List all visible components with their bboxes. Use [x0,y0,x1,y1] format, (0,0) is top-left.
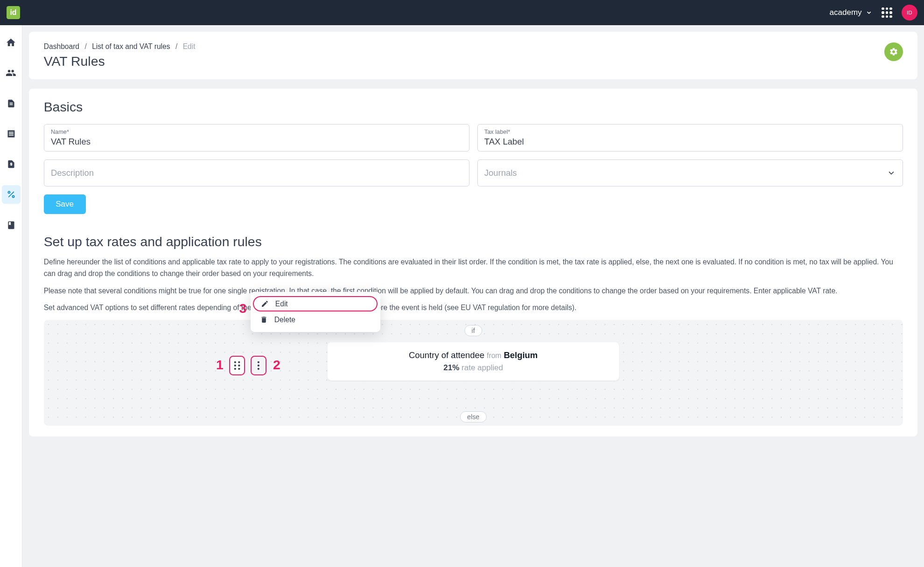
sidebar-item-home[interactable] [2,33,21,52]
workspace-name: academy [830,8,862,17]
sidebar-item-forms[interactable] [2,94,21,113]
more-button[interactable] [251,356,266,376]
annotation-3: 3 [239,301,247,316]
sidebar-item-invoices[interactable] [2,124,21,143]
svg-point-9 [258,361,259,363]
rule-country: Belgium [504,350,538,360]
menu-delete[interactable]: Delete [251,311,380,328]
home-icon [6,37,16,48]
journals-placeholder: Journals [484,164,517,182]
menu-delete-label: Delete [274,316,295,324]
topbar: id academy ID [0,0,924,25]
context-menu: Edit Delete [251,292,380,332]
svg-point-1 [8,192,10,194]
form-icon [7,99,16,108]
name-field[interactable]: Name* VAT Rules [44,124,469,152]
sidebar-item-tax[interactable] [2,185,21,204]
main-content: Dashboard / List of tax and VAT rules / … [22,25,924,567]
tax-label-label: Tax label* [484,128,896,135]
description-field[interactable]: Description [44,159,469,187]
rule-condition-label: Country of attendee [409,350,484,360]
workspace-dropdown[interactable]: academy [830,8,873,17]
rule-rate-text: rate applied [462,363,503,372]
svg-point-6 [238,365,240,366]
menu-edit-label: Edit [275,300,288,308]
annotation-2: 2 [273,357,280,373]
percent-icon [7,190,16,199]
annotation-1: 1 [216,357,224,373]
sidebar-item-payments[interactable] [2,155,21,173]
svg-point-10 [258,365,259,366]
name-label: Name* [51,128,462,135]
sidebar-item-users[interactable] [2,63,21,82]
rule-rate: 21% [443,363,459,372]
sidebar-item-docs[interactable] [2,216,21,235]
drag-icon [234,361,240,370]
rules-desc-2: Please note that several conditions migh… [44,285,903,297]
svg-point-7 [234,368,236,370]
breadcrumb-dashboard[interactable]: Dashboard [44,42,79,51]
rules-heading: Set up tax rates and application rules [44,234,903,249]
rule-card[interactable]: Country of attendee from Belgium 21% rat… [328,342,619,380]
svg-point-5 [234,365,236,366]
svg-point-11 [258,368,259,370]
apps-icon[interactable] [882,7,892,18]
chevron-down-icon [866,9,872,16]
svg-point-3 [234,361,236,363]
avatar[interactable]: ID [902,5,917,21]
name-value: VAT Rules [51,137,462,147]
rules-desc-3: Set advanced VAT options to set differen… [44,302,903,313]
more-vertical-icon [257,361,260,370]
breadcrumb-list[interactable]: List of tax and VAT rules [92,42,170,51]
journals-field[interactable]: Journals [477,159,903,187]
tax-label-value: TAX Label [484,137,896,147]
page-title: VAT Rules [44,54,196,69]
sidebar [0,25,22,567]
drag-handle[interactable] [229,356,245,376]
save-button[interactable]: Save [44,194,86,214]
tax-label-field[interactable]: Tax label* TAX Label [477,124,903,152]
rule-from: from [487,352,501,360]
gear-icon [889,47,898,56]
rules-canvas: if Edit Delete 3 1 2 [44,320,903,426]
if-pill: if [464,325,482,336]
basics-heading: Basics [44,99,903,115]
svg-point-4 [238,361,240,363]
breadcrumb-current: Edit [183,42,196,51]
header-card: Dashboard / List of tax and VAT rules / … [29,32,917,79]
svg-point-2 [12,196,14,198]
svg-point-8 [238,368,240,370]
settings-button[interactable] [884,42,903,61]
description-placeholder: Description [51,164,462,182]
breadcrumb: Dashboard / List of tax and VAT rules / … [44,42,196,51]
menu-edit[interactable]: Edit [253,296,378,311]
rules-desc-1: Define hereunder the list of conditions … [44,256,903,279]
payment-icon [7,159,16,169]
trash-icon [260,316,268,324]
pencil-icon [261,300,269,308]
basics-card: Basics Name* VAT Rules Tax label* TAX La… [29,89,917,436]
users-icon [6,68,16,78]
svg-line-0 [8,192,14,198]
receipt-icon [7,129,16,138]
else-pill: else [460,411,486,422]
chevron-down-icon [887,168,896,178]
book-icon [7,221,16,230]
logo: id [7,6,20,19]
